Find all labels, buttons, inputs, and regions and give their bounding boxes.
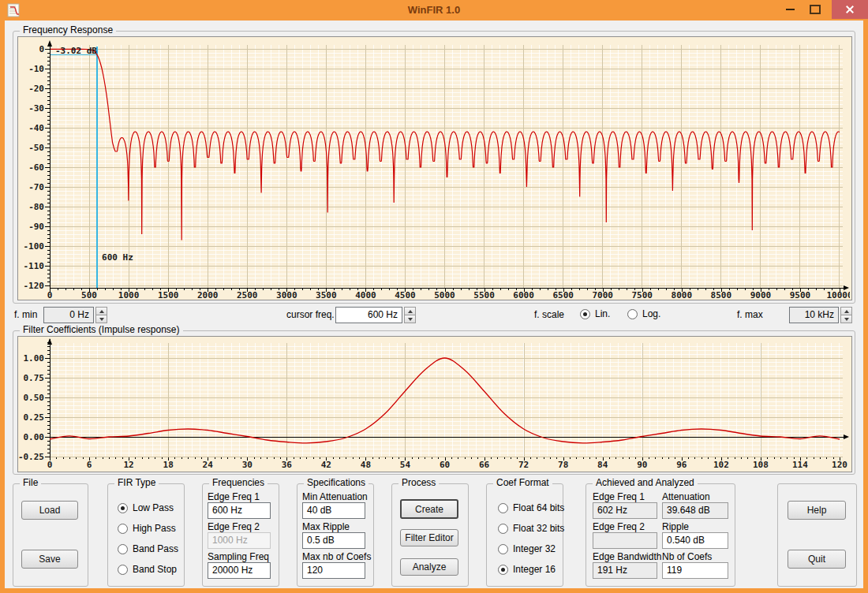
f-min-spinner: 0 Hz	[43, 307, 107, 323]
svg-text:-100: -100	[24, 241, 45, 252]
edge-freq-1-input[interactable]: 600 Hz	[208, 502, 271, 519]
coef-format-group: Coef Format Float 64 bits Float 32 bits …	[486, 483, 563, 587]
max-nb-coefs-label: Max nb of Coefs	[302, 551, 371, 562]
radio-lin[interactable]: Lin.	[580, 308, 610, 320]
minimize-button[interactable]	[777, 0, 803, 19]
impulse-response-chart[interactable]: 1.000.750.500.250.00-0.25061218243036424…	[17, 336, 852, 472]
radio-icon	[498, 544, 508, 554]
radio-icon	[498, 565, 508, 575]
radio-integer-16[interactable]: Integer 16	[498, 563, 556, 576]
radio-band-stop[interactable]: Band Stop	[118, 563, 177, 576]
radio-low-pass[interactable]: Low Pass	[118, 502, 174, 514]
svg-text:8500: 8500	[711, 290, 732, 298]
svg-text:60: 60	[440, 460, 450, 470]
min-attenuation-input[interactable]: 40 dB	[302, 502, 365, 519]
radio-high-pass-label: High Pass	[133, 523, 176, 534]
max-ripple-input[interactable]: 0.5 dB	[302, 532, 365, 549]
svg-text:72: 72	[518, 460, 529, 470]
radio-lin-label: Lin.	[595, 308, 610, 319]
radio-log[interactable]: Log.	[627, 308, 660, 320]
svg-text:4000: 4000	[355, 290, 376, 298]
svg-text:9500: 9500	[790, 290, 810, 298]
radio-icon	[627, 309, 638, 319]
radio-icon	[498, 503, 508, 513]
f-min-up-button[interactable]	[95, 307, 107, 315]
radio-band-stop-label: Band Stop	[133, 564, 177, 575]
create-button[interactable]: Create	[400, 499, 458, 519]
svg-text:42: 42	[321, 460, 331, 470]
svg-text:2000: 2000	[197, 290, 219, 298]
f-scale-label: f. scale	[534, 309, 564, 320]
quit-button[interactable]: Quit	[788, 550, 846, 569]
radio-band-pass[interactable]: Band Pass	[118, 543, 178, 555]
cursor-freq-spinner: 600 Hz	[335, 307, 416, 323]
f-max-input[interactable]: 10 kHz	[789, 307, 839, 323]
close-button[interactable]	[832, 0, 868, 19]
save-button[interactable]: Save	[21, 550, 78, 569]
titlebar[interactable]: WinFIR 1.0	[0, 0, 868, 21]
coef-format-group-title: Coef Format	[493, 477, 552, 488]
f-max-up-button[interactable]	[840, 307, 852, 315]
svg-text:3000: 3000	[276, 290, 297, 298]
svg-text:36: 36	[282, 460, 293, 470]
svg-text:12: 12	[123, 460, 133, 470]
f-min-down-button[interactable]	[95, 315, 107, 323]
radio-icon	[118, 503, 128, 513]
maximize-icon	[810, 5, 821, 14]
svg-text:-50: -50	[28, 143, 44, 153]
radio-float-32[interactable]: Float 32 bits	[498, 522, 564, 535]
radio-icon	[118, 565, 128, 575]
svg-text:6: 6	[87, 460, 92, 470]
fir-type-group: FIR Type Low Pass High Pass Band Pass Ba…	[107, 483, 185, 587]
frequency-response-chart[interactable]: 0-10-20-30-40-50-60-70-80-90-100-110-120…	[17, 36, 852, 300]
svg-text:114: 114	[792, 460, 808, 470]
svg-text:-10: -10	[28, 64, 44, 74]
f-max-down-button[interactable]	[840, 315, 852, 323]
svg-text:500: 500	[81, 290, 97, 298]
cursor-freq-input[interactable]: 600 Hz	[335, 307, 402, 323]
svg-text:6000: 6000	[513, 290, 534, 298]
svg-text:3500: 3500	[316, 290, 337, 298]
svg-text:1.00: 1.00	[24, 353, 45, 364]
analyze-button[interactable]: Analyze	[400, 558, 458, 576]
svg-text:120: 120	[832, 460, 847, 470]
maximize-button[interactable]	[803, 0, 828, 19]
up-arrow-icon	[844, 310, 849, 313]
achieved-attenuation-value: 39.648 dB	[662, 502, 728, 519]
svg-text:84: 84	[597, 460, 608, 470]
svg-text:10000: 10000	[826, 290, 850, 298]
file-group-title: File	[20, 477, 41, 488]
svg-text:-70: -70	[28, 182, 44, 192]
achieved-edge-bandwidth-value: 191 Hz	[593, 562, 657, 579]
filter-coefficients-group-title: Filter Coefficients (Impulse response)	[20, 324, 183, 335]
load-button[interactable]: Load	[21, 501, 78, 520]
svg-text:-40: -40	[28, 123, 44, 133]
svg-text:108: 108	[753, 460, 769, 470]
radio-integer-32[interactable]: Integer 32	[498, 543, 556, 555]
cursor-freq-down-button[interactable]	[404, 315, 416, 323]
sampling-freq-label: Sampling Freq	[208, 551, 269, 562]
radio-icon	[580, 309, 590, 319]
achieved-nb-coefs-value: 119	[662, 562, 728, 579]
sampling-freq-input[interactable]: 20000 Hz	[208, 562, 271, 579]
radio-icon	[118, 524, 128, 534]
achieved-analyzed-group: Achieved and Analyzed Edge Freq 1 602 Hz…	[586, 483, 735, 587]
help-button[interactable]: Help	[788, 501, 846, 520]
f-min-input[interactable]: 0 Hz	[43, 307, 94, 323]
frequencies-group: Frequencies Edge Freq 1 600 Hz Edge Freq…	[202, 483, 279, 587]
close-icon	[845, 5, 855, 14]
filter-editor-button[interactable]: Filter Editor	[400, 529, 458, 546]
svg-text:8000: 8000	[672, 290, 693, 298]
f-max-label: f. max	[737, 309, 763, 320]
radio-float-64[interactable]: Float 64 bits	[498, 502, 564, 514]
achieved-edge-freq-1-value: 602 Hz	[593, 502, 657, 519]
max-nb-coefs-input[interactable]: 120	[302, 562, 365, 579]
window-content: Frequency Response 0-10-20-30-40-50-60-7…	[5, 21, 863, 588]
down-arrow-icon	[99, 318, 104, 321]
svg-text:-3.02 dB: -3.02 dB	[55, 46, 97, 56]
svg-text:18: 18	[163, 460, 174, 470]
achieved-edge-freq-2-value	[593, 532, 657, 549]
radio-high-pass[interactable]: High Pass	[118, 522, 176, 535]
cursor-freq-label: cursor freq.	[286, 309, 335, 320]
cursor-freq-up-button[interactable]	[404, 307, 416, 315]
